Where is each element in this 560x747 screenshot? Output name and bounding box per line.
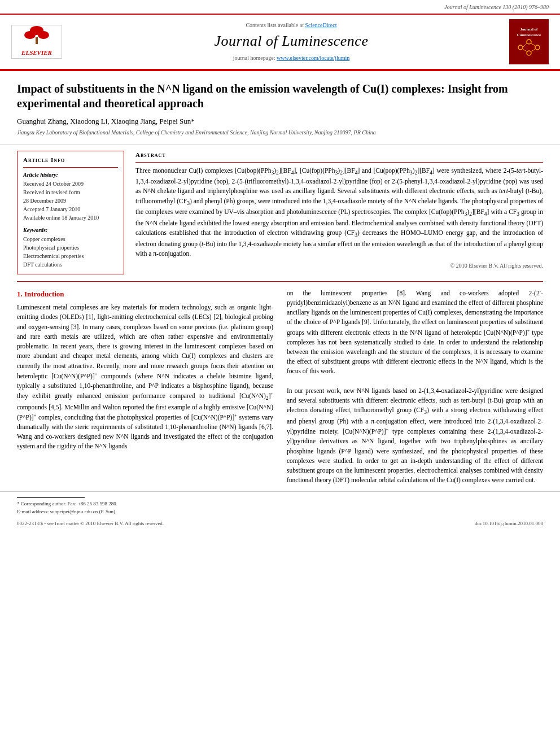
keywords-label: Keywords: <box>23 226 118 234</box>
journal-homepage-line: journal homepage: www.elsevier.com/locat… <box>73 54 509 62</box>
journal-center-info: Contents lists available at ScienceDirec… <box>73 21 509 62</box>
elsevier-tree-icon <box>20 26 54 47</box>
journal-header: Journal of Luminescence 130 (2010) 976–9… <box>0 0 560 15</box>
contents-availability: Contents lists available at ScienceDirec… <box>73 21 509 29</box>
article-authors: Guanghui Zhang, Xiaodong Li, Xiaoqing Ji… <box>17 116 543 126</box>
body-col-left: 1. Introduction Luminescent metal comple… <box>17 289 273 486</box>
article-info-box: Article Info Article history: Received 2… <box>17 151 124 274</box>
footnote-corresponding: * Corresponding author. Fax: +86 25 83 5… <box>17 500 543 508</box>
intro-heading: 1. Introduction <box>17 289 273 300</box>
journal-cover-thumbnail: Journal of Luminescence <box>509 19 549 64</box>
journal-thumb-icon: Journal of Luminescence <box>509 19 549 64</box>
keyword-3: Electrochemical properties <box>23 252 118 260</box>
keyword-2: Photophysical properties <box>23 244 118 252</box>
abstract-title: Abstract <box>135 151 543 162</box>
journal-title-banner: Journal of Luminescence <box>73 31 509 51</box>
body-text-right-2: In our present work, new N^N ligands bas… <box>287 386 543 486</box>
journal-homepage-link[interactable]: www.elsevier.com/locate/jlumin <box>277 55 349 61</box>
keyword-1: Copper complexes <box>23 235 118 243</box>
svg-point-2 <box>38 31 49 39</box>
article-affiliation: Jiangsu Key Laboratory of Biofunctional … <box>17 129 543 137</box>
abstract-body: Three mononuclear Cu(I) complexes [Cu(bo… <box>135 166 543 259</box>
article-header: Impact of substituents in the N^N ligand… <box>0 71 560 145</box>
elsevier-logo: ELSEVIER <box>11 25 62 59</box>
body-col-right: on the luminescent properties [8]. Wang … <box>287 289 543 486</box>
doi-line: doi:10.1016/j.jlumin.2010.01.008 <box>475 520 543 527</box>
article-title: Impact of substituents in the N^N ligand… <box>17 81 543 111</box>
issn-line: 0022-2313/$ - see front matter © 2010 El… <box>17 520 164 527</box>
footer-bottom: 0022-2313/$ - see front matter © 2010 El… <box>17 520 543 527</box>
svg-text:Luminescence: Luminescence <box>517 33 541 37</box>
svg-rect-3 <box>36 37 38 44</box>
article-info-title: Article Info <box>23 156 118 167</box>
journal-banner: ELSEVIER Contents lists available at Sci… <box>0 15 560 69</box>
sciencedirect-link[interactable]: ScienceDirect <box>305 22 336 28</box>
body-text-right: on the luminescent properties [8]. Wang … <box>287 289 543 377</box>
journal-reference: Journal of Luminescence 130 (2010) 976–9… <box>444 3 549 11</box>
copyright-line: © 2010 Elsevier B.V. All rights reserved… <box>135 262 543 270</box>
abstract-section: Abstract Three mononuclear Cu(I) complex… <box>135 151 543 274</box>
footnote-divider <box>17 497 85 498</box>
revised-date: 28 December 2009 <box>23 197 118 205</box>
footer-area: * Corresponding author. Fax: +86 25 83 5… <box>0 491 560 531</box>
available-online: Available online 18 January 2010 <box>23 214 118 222</box>
keyword-4: DFT calculations <box>23 261 118 269</box>
received-revised-label: Received in revised form <box>23 189 118 196</box>
footnote-email: E-mail address: sunpeipei@njnu.edu.cn (P… <box>17 508 543 516</box>
body-two-col: 1. Introduction Luminescent metal comple… <box>0 289 560 486</box>
article-info-abstract-section: Article Info Article history: Received 2… <box>0 151 560 274</box>
svg-point-1 <box>24 31 36 39</box>
accepted-date: Accepted 7 January 2010 <box>23 206 118 213</box>
svg-rect-4 <box>509 19 549 64</box>
received-date: Received 24 October 2009 <box>23 180 118 188</box>
article-history-label: Article history: <box>23 171 118 179</box>
elsevier-text: ELSEVIER <box>21 49 52 57</box>
body-text-left: Luminescent metal complexes are key mate… <box>17 303 273 452</box>
svg-text:Journal of: Journal of <box>520 27 539 32</box>
body-section-divider <box>17 281 543 282</box>
